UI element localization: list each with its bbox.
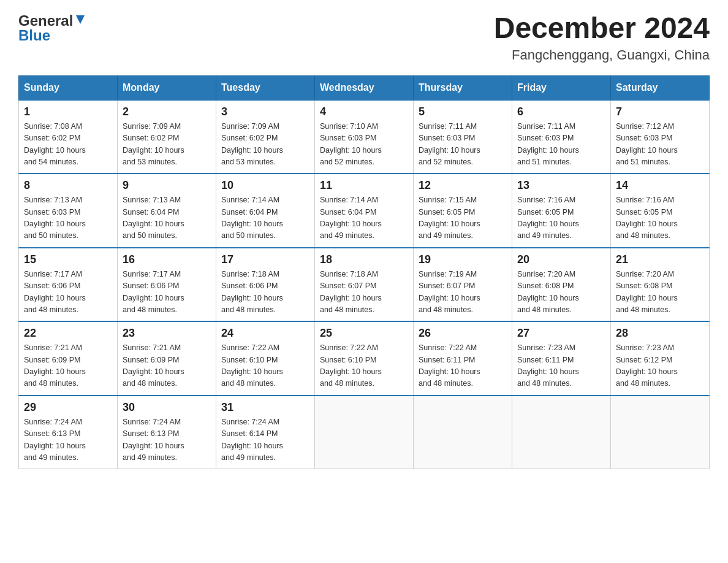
day-number: 5 xyxy=(419,105,507,118)
day-number: 27 xyxy=(517,327,605,340)
day-number: 14 xyxy=(616,179,704,192)
day-info: Sunrise: 7:16 AM Sunset: 6:05 PM Dayligh… xyxy=(616,194,704,242)
day-number: 31 xyxy=(221,401,309,414)
calendar-cell: 9Sunrise: 7:13 AM Sunset: 6:04 PM Daylig… xyxy=(118,174,216,248)
calendar-cell: 31Sunrise: 7:24 AM Sunset: 6:14 PM Dayli… xyxy=(216,396,315,469)
calendar-cell: 8Sunrise: 7:13 AM Sunset: 6:03 PM Daylig… xyxy=(19,174,118,248)
day-number: 9 xyxy=(123,179,211,192)
day-info: Sunrise: 7:20 AM Sunset: 6:08 PM Dayligh… xyxy=(517,269,605,316)
weekday-header-friday: Friday xyxy=(512,75,611,100)
weekday-header-monday: Monday xyxy=(118,75,216,100)
day-number: 11 xyxy=(320,179,408,192)
calendar-cell: 6Sunrise: 7:11 AM Sunset: 6:03 PM Daylig… xyxy=(512,100,611,174)
day-number: 16 xyxy=(123,253,211,266)
day-info: Sunrise: 7:09 AM Sunset: 6:02 PM Dayligh… xyxy=(221,121,309,169)
calendar-cell: 7Sunrise: 7:12 AM Sunset: 6:03 PM Daylig… xyxy=(611,100,710,174)
calendar-week-3: 15Sunrise: 7:17 AM Sunset: 6:06 PM Dayli… xyxy=(19,248,710,322)
day-number: 25 xyxy=(320,327,408,340)
calendar-cell xyxy=(512,396,611,469)
calendar-cell: 30Sunrise: 7:24 AM Sunset: 6:13 PM Dayli… xyxy=(118,396,216,469)
title-area: December 2024 Fangchenggang, Guangxi, Ch… xyxy=(494,12,710,63)
day-number: 7 xyxy=(616,105,704,118)
calendar-cell: 11Sunrise: 7:14 AM Sunset: 6:04 PM Dayli… xyxy=(315,174,414,248)
logo-blue-text: Blue xyxy=(18,27,50,44)
day-number: 18 xyxy=(320,253,408,266)
day-info: Sunrise: 7:10 AM Sunset: 6:03 PM Dayligh… xyxy=(320,121,408,169)
calendar-cell: 5Sunrise: 7:11 AM Sunset: 6:03 PM Daylig… xyxy=(414,100,512,174)
day-info: Sunrise: 7:16 AM Sunset: 6:05 PM Dayligh… xyxy=(517,194,605,242)
weekday-header-thursday: Thursday xyxy=(414,75,512,100)
calendar-week-2: 8Sunrise: 7:13 AM Sunset: 6:03 PM Daylig… xyxy=(19,174,710,248)
day-info: Sunrise: 7:08 AM Sunset: 6:02 PM Dayligh… xyxy=(24,121,112,169)
location-title: Fangchenggang, Guangxi, China xyxy=(494,47,710,63)
day-info: Sunrise: 7:24 AM Sunset: 6:14 PM Dayligh… xyxy=(221,416,309,464)
logo: General Blue xyxy=(18,12,87,44)
weekday-header-row: SundayMondayTuesdayWednesdayThursdayFrid… xyxy=(19,75,710,100)
day-number: 6 xyxy=(517,105,605,118)
day-number: 15 xyxy=(24,253,112,266)
day-info: Sunrise: 7:22 AM Sunset: 6:10 PM Dayligh… xyxy=(221,342,309,390)
day-info: Sunrise: 7:18 AM Sunset: 6:07 PM Dayligh… xyxy=(320,269,408,316)
calendar-cell: 20Sunrise: 7:20 AM Sunset: 6:08 PM Dayli… xyxy=(512,248,611,322)
calendar-cell xyxy=(611,396,710,469)
day-info: Sunrise: 7:17 AM Sunset: 6:06 PM Dayligh… xyxy=(24,269,112,316)
day-number: 20 xyxy=(517,253,605,266)
day-number: 19 xyxy=(419,253,507,266)
calendar-cell: 25Sunrise: 7:22 AM Sunset: 6:10 PM Dayli… xyxy=(315,321,414,396)
calendar-cell: 23Sunrise: 7:21 AM Sunset: 6:09 PM Dayli… xyxy=(118,321,216,396)
weekday-header-tuesday: Tuesday xyxy=(216,75,315,100)
calendar-cell: 4Sunrise: 7:10 AM Sunset: 6:03 PM Daylig… xyxy=(315,100,414,174)
day-info: Sunrise: 7:19 AM Sunset: 6:07 PM Dayligh… xyxy=(419,269,507,316)
day-info: Sunrise: 7:20 AM Sunset: 6:08 PM Dayligh… xyxy=(616,269,704,316)
day-info: Sunrise: 7:23 AM Sunset: 6:11 PM Dayligh… xyxy=(517,342,605,390)
calendar-cell: 27Sunrise: 7:23 AM Sunset: 6:11 PM Dayli… xyxy=(512,321,611,396)
day-info: Sunrise: 7:22 AM Sunset: 6:10 PM Dayligh… xyxy=(320,342,408,390)
day-number: 13 xyxy=(517,179,605,192)
day-number: 10 xyxy=(221,179,309,192)
calendar-week-4: 22Sunrise: 7:21 AM Sunset: 6:09 PM Dayli… xyxy=(19,321,710,396)
calendar-cell: 22Sunrise: 7:21 AM Sunset: 6:09 PM Dayli… xyxy=(19,321,118,396)
day-number: 26 xyxy=(419,327,507,340)
day-number: 12 xyxy=(419,179,507,192)
calendar-cell: 18Sunrise: 7:18 AM Sunset: 6:07 PM Dayli… xyxy=(315,248,414,322)
day-info: Sunrise: 7:24 AM Sunset: 6:13 PM Dayligh… xyxy=(24,416,112,464)
calendar-cell: 16Sunrise: 7:17 AM Sunset: 6:06 PM Dayli… xyxy=(118,248,216,322)
calendar-cell: 26Sunrise: 7:22 AM Sunset: 6:11 PM Dayli… xyxy=(414,321,512,396)
calendar-table: SundayMondayTuesdayWednesdayThursdayFrid… xyxy=(18,75,710,470)
svg-marker-0 xyxy=(76,15,85,24)
day-info: Sunrise: 7:21 AM Sunset: 6:09 PM Dayligh… xyxy=(24,342,112,390)
logo-triangle-icon xyxy=(74,13,87,26)
calendar-cell: 15Sunrise: 7:17 AM Sunset: 6:06 PM Dayli… xyxy=(19,248,118,322)
weekday-header-saturday: Saturday xyxy=(611,75,710,100)
day-number: 28 xyxy=(616,327,704,340)
day-number: 24 xyxy=(221,327,309,340)
calendar-cell: 1Sunrise: 7:08 AM Sunset: 6:02 PM Daylig… xyxy=(19,100,118,174)
calendar-cell: 21Sunrise: 7:20 AM Sunset: 6:08 PM Dayli… xyxy=(611,248,710,322)
day-info: Sunrise: 7:11 AM Sunset: 6:03 PM Dayligh… xyxy=(517,121,605,169)
day-info: Sunrise: 7:24 AM Sunset: 6:13 PM Dayligh… xyxy=(123,416,211,464)
day-info: Sunrise: 7:21 AM Sunset: 6:09 PM Dayligh… xyxy=(123,342,211,390)
weekday-header-wednesday: Wednesday xyxy=(315,75,414,100)
day-number: 3 xyxy=(221,105,309,118)
calendar-cell: 24Sunrise: 7:22 AM Sunset: 6:10 PM Dayli… xyxy=(216,321,315,396)
day-info: Sunrise: 7:12 AM Sunset: 6:03 PM Dayligh… xyxy=(616,121,704,169)
day-info: Sunrise: 7:14 AM Sunset: 6:04 PM Dayligh… xyxy=(221,194,309,242)
day-info: Sunrise: 7:22 AM Sunset: 6:11 PM Dayligh… xyxy=(419,342,507,390)
calendar-cell: 2Sunrise: 7:09 AM Sunset: 6:02 PM Daylig… xyxy=(118,100,216,174)
day-number: 4 xyxy=(320,105,408,118)
calendar-week-5: 29Sunrise: 7:24 AM Sunset: 6:13 PM Dayli… xyxy=(19,396,710,469)
weekday-header-sunday: Sunday xyxy=(19,75,118,100)
calendar-cell: 17Sunrise: 7:18 AM Sunset: 6:06 PM Dayli… xyxy=(216,248,315,322)
day-info: Sunrise: 7:09 AM Sunset: 6:02 PM Dayligh… xyxy=(123,121,211,169)
day-number: 1 xyxy=(24,105,112,118)
calendar-cell: 29Sunrise: 7:24 AM Sunset: 6:13 PM Dayli… xyxy=(19,396,118,469)
day-info: Sunrise: 7:18 AM Sunset: 6:06 PM Dayligh… xyxy=(221,269,309,316)
day-info: Sunrise: 7:13 AM Sunset: 6:04 PM Dayligh… xyxy=(123,194,211,242)
day-info: Sunrise: 7:14 AM Sunset: 6:04 PM Dayligh… xyxy=(320,194,408,242)
day-number: 29 xyxy=(24,401,112,414)
day-number: 8 xyxy=(24,179,112,192)
day-number: 30 xyxy=(123,401,211,414)
calendar-cell: 13Sunrise: 7:16 AM Sunset: 6:05 PM Dayli… xyxy=(512,174,611,248)
month-title: December 2024 xyxy=(494,12,710,45)
calendar-week-1: 1Sunrise: 7:08 AM Sunset: 6:02 PM Daylig… xyxy=(19,100,710,174)
